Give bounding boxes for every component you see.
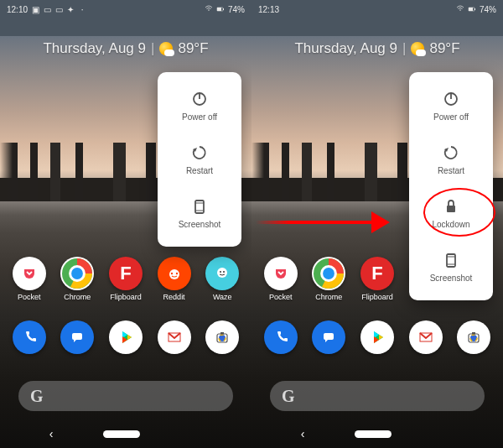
nav-back-button[interactable]: ‹: [301, 427, 305, 440]
google-g-icon: G: [30, 387, 44, 406]
dot-icon: ·: [78, 5, 86, 13]
restart-label: Restart: [186, 166, 213, 175]
notif-icon: ▭: [43, 5, 51, 13]
restart-label: Restart: [438, 166, 464, 175]
power-off-label: Power off: [433, 112, 469, 122]
nav-bar: ‹: [252, 419, 503, 448]
screenshot-button[interactable]: Screenshot: [409, 240, 493, 294]
lockdown-label: Lockdown: [432, 220, 469, 229]
app-reddit[interactable]: Reddit: [155, 257, 194, 301]
camera-icon: [205, 320, 239, 354]
image-icon: ▣: [31, 5, 39, 13]
power-off-label: Power off: [182, 112, 217, 122]
battery-icon: [468, 5, 476, 13]
power-menu: Power off Restart Lockdown Screenshot: [409, 72, 493, 300]
power-icon: [191, 91, 208, 107]
nav-home-button[interactable]: [103, 430, 140, 438]
restart-icon: [443, 144, 459, 161]
play-icon: [360, 320, 394, 354]
search-bar[interactable]: G: [18, 381, 233, 411]
search-bar[interactable]: G: [270, 381, 485, 411]
app-pocket[interactable]: Pocket: [10, 257, 49, 301]
app-pocket[interactable]: Pocket: [262, 257, 300, 301]
battery-icon: [216, 5, 225, 13]
app-flipboard[interactable]: FFlipboard: [358, 257, 397, 301]
power-menu: Power off Restart Screenshot: [158, 72, 241, 247]
flipboard-icon: F: [360, 257, 394, 290]
nav-bar: ‹: [0, 419, 252, 448]
pocket-icon: [264, 257, 298, 290]
screenshot-icon: [443, 252, 459, 268]
screenshot-button[interactable]: Screenshot: [158, 186, 241, 240]
date-text: Thursday, Aug 9: [43, 40, 146, 57]
temp-text: 89°F: [178, 40, 208, 57]
phone-icon: [13, 320, 46, 354]
weather-icon: [159, 42, 173, 55]
status-time: 12:10: [7, 5, 28, 14]
messages-icon: [60, 320, 94, 354]
app-play-store[interactable]: [358, 320, 397, 354]
restart-icon: [191, 144, 208, 161]
chrome-icon: [60, 257, 94, 290]
wifi-icon: [205, 5, 213, 13]
app-gmail[interactable]: [407, 320, 445, 354]
date-weather[interactable]: Thursday, Aug 9 | 89°F: [252, 40, 503, 57]
app-camera[interactable]: [454, 320, 493, 354]
lockdown-button[interactable]: Lockdown: [409, 186, 493, 240]
app-chrome[interactable]: Chrome: [309, 257, 348, 301]
google-g-icon: G: [282, 387, 295, 406]
messages-icon: [312, 320, 345, 354]
power-icon: [443, 91, 459, 107]
status-bar: 12:13 74%: [252, 0, 503, 18]
chrome-icon: [312, 257, 345, 290]
gmail-icon: [158, 320, 191, 354]
power-off-button[interactable]: Power off: [158, 79, 241, 133]
battery-pct: 74%: [228, 5, 245, 14]
app-messages[interactable]: [309, 320, 348, 354]
wifi-icon: [456, 5, 464, 13]
weather-icon: [411, 42, 424, 55]
app-camera[interactable]: [203, 320, 241, 354]
gmail-icon: [409, 320, 443, 354]
reddit-icon: [158, 257, 191, 290]
app-messages[interactable]: [58, 320, 96, 354]
status-bar: 12:10 ▣ ▭ ▭ ✦ · 74%: [0, 0, 252, 18]
pocket-icon: [13, 257, 46, 290]
play-icon: [109, 320, 143, 354]
waze-icon: [205, 257, 239, 290]
notif2-icon: ▭: [54, 5, 63, 13]
power-off-button[interactable]: Power off: [409, 79, 493, 133]
battery-pct: 74%: [480, 5, 496, 14]
lock-icon: [443, 198, 459, 215]
nav-home-button[interactable]: [355, 430, 392, 438]
app-flipboard[interactable]: FFlipboard: [106, 257, 145, 301]
app-row-1: Pocket Chrome FFlipboard Reddit Waze: [0, 257, 252, 301]
app-gmail[interactable]: [155, 320, 194, 354]
temp-text: 89°F: [429, 40, 459, 57]
screenshot-label: Screenshot: [179, 220, 221, 229]
date-weather[interactable]: Thursday, Aug 9 | 89°F: [0, 40, 252, 57]
phone-left: 12:10 ▣ ▭ ▭ ✦ · 74% Thursday, Aug 9 | 89…: [0, 0, 252, 448]
twitter-icon: ✦: [66, 5, 75, 13]
app-dock: [0, 320, 252, 354]
app-phone[interactable]: [262, 320, 300, 354]
screenshot-icon: [191, 198, 208, 215]
status-time: 12:13: [258, 5, 279, 14]
app-phone[interactable]: [10, 320, 49, 354]
flipboard-icon: F: [109, 257, 143, 290]
phone-right: 12:13 74% Thursday, Aug 9 | 89°F Power o…: [252, 0, 503, 448]
app-waze[interactable]: Waze: [203, 257, 241, 301]
phone-icon: [264, 320, 298, 354]
app-play-store[interactable]: [106, 320, 145, 354]
nav-back-button[interactable]: ‹: [49, 427, 54, 440]
restart-button[interactable]: Restart: [158, 133, 241, 186]
camera-icon: [457, 320, 490, 354]
app-dock: [252, 320, 503, 354]
screenshot-label: Screenshot: [430, 273, 473, 283]
app-chrome[interactable]: Chrome: [58, 257, 96, 301]
restart-button[interactable]: Restart: [409, 133, 493, 186]
date-text: Thursday, Aug 9: [294, 40, 397, 57]
